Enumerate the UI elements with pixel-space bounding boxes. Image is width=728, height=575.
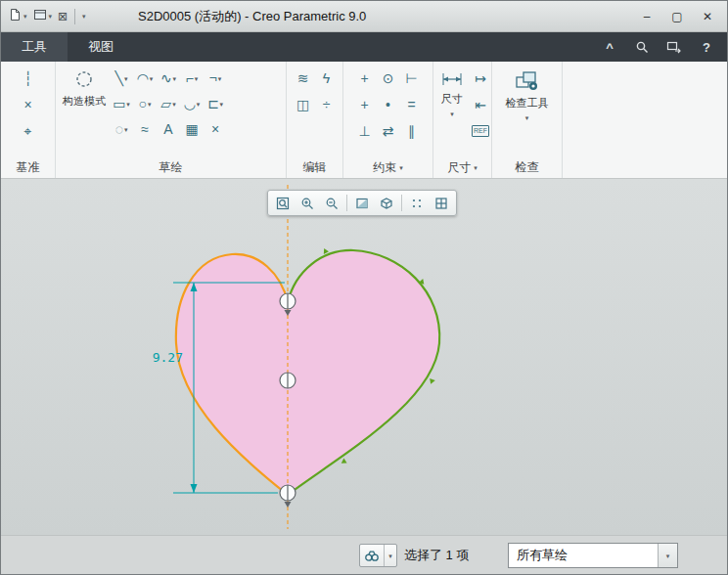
constraint-equal-button[interactable]: = [400, 93, 424, 116]
ribbon-filler [563, 62, 727, 178]
corner-tool-button[interactable]: ⌐▾ [180, 66, 204, 90]
search-button[interactable] [633, 38, 651, 56]
divide-button[interactable]: ÷ [315, 93, 339, 116]
baseline-dimension-icon: ⇤ [475, 98, 486, 111]
chamfer-tool-button[interactable]: ¬▾ [204, 66, 227, 90]
construction-mode-button[interactable]: 构造模式 [59, 66, 110, 161]
constraint-symbol-middle[interactable] [280, 373, 296, 388]
dimension-value[interactable]: 9.27 [153, 350, 183, 365]
share-button[interactable] [665, 38, 683, 56]
maximize-button[interactable]: ▢ [663, 6, 691, 27]
dimension-ordinate-button[interactable]: ↦ [469, 66, 492, 90]
delete-entity-button[interactable]: × [204, 117, 227, 141]
curve-icon: ≈ [141, 122, 149, 136]
constraint-parallel-button[interactable]: ∥ [400, 119, 424, 143]
spline-tool-button[interactable]: ∿▾ [157, 66, 180, 90]
spline-icon: ∿ [160, 71, 172, 85]
line-tool-button[interactable]: ╲▾ [110, 66, 133, 90]
ribbon-group-sketch: 构造模式 ╲▾ ◠▾ ∿▾ ⌐▾ ¬▾ ▭▾ ○▾ ▱▾ ◡▾ ⊏▾ [56, 62, 287, 178]
arc-tool-button[interactable]: ◠▾ [133, 66, 157, 90]
construction-circle-tool-button[interactable]: ◌▾ [110, 117, 133, 141]
qat-window-button[interactable]: ▾ [30, 6, 56, 27]
constraint-perpendicular-button[interactable]: ⊥ [353, 119, 377, 143]
close-button[interactable]: ✕ [694, 6, 721, 27]
find-dropdown-button[interactable]: ▾ [384, 545, 396, 566]
constraint-horizontal-button[interactable]: + [353, 93, 377, 116]
group-label-datum: 基准 [17, 159, 40, 176]
heart-fill[interactable] [176, 250, 439, 495]
reference-dimension-icon: REF [472, 125, 489, 137]
constraint-midpoint-button[interactable]: ⊢ [400, 66, 424, 90]
qat-customize-button[interactable]: ▾ [79, 6, 89, 27]
ribbon: ┆ × ⌖ 基准 构造模式 ╲▾ ◠▾ ∿▾ ⌐▾ ¬▾ ▭ [1, 62, 727, 179]
sketch-filter-combo[interactable]: 所有草绘 ▾ [508, 543, 678, 568]
window-controls: – ▢ ✕ [633, 6, 723, 27]
inspect-tools-button[interactable]: 检查工具 ▾ [495, 66, 559, 121]
modify-icon: ≋ [297, 71, 309, 85]
caret-icon: ▾ [197, 101, 201, 108]
repaint-icon [355, 197, 369, 210]
zoom-fit-button[interactable] [271, 193, 295, 214]
offset-icon: ⊏ [207, 97, 219, 111]
close-window-button[interactable]: ⊠ [55, 6, 70, 27]
sketch-canvas[interactable]: 9.27 [1, 179, 728, 535]
palette-tool-button[interactable]: ▦ [180, 117, 204, 141]
constraint-symbol-bottom[interactable] [280, 485, 296, 508]
ellipse-tool-button[interactable]: ▱▾ [157, 92, 180, 115]
offset-tool-button[interactable]: ⊏▾ [204, 92, 227, 115]
constraint-tangent-button[interactable]: ⊙ [377, 66, 400, 90]
help-button[interactable]: ? [698, 38, 715, 56]
mirror-button[interactable]: ◫ [292, 93, 315, 116]
repaint-button[interactable] [350, 193, 374, 214]
caret-icon: ▾ [148, 101, 152, 108]
share-icon [666, 40, 682, 54]
app-window: ▾ ▾ ⊠ ▾ S2D0005 (活动的) - Creo Parametric … [0, 0, 728, 575]
dimension-reference-button[interactable]: REF [469, 119, 492, 143]
centerline-tool-button[interactable]: ┆ [17, 66, 40, 90]
zoom-in-button[interactable] [296, 193, 319, 214]
dimension-button-label: 尺寸 [441, 92, 463, 107]
palette-icon: ▦ [185, 122, 198, 136]
sketch-display-button[interactable] [430, 193, 453, 214]
find-button[interactable]: ▾ [359, 544, 397, 567]
combo-dropdown-button[interactable]: ▾ [658, 544, 677, 567]
dimension-button[interactable]: 尺寸 ▾ [436, 66, 468, 161]
rectangle-tool-button[interactable]: ▭▾ [110, 92, 133, 115]
curve-tool-button[interactable]: ≈ [133, 117, 157, 141]
ribbon-group-dimension: 尺寸 ▾ ↦ ⇤ REF 尺寸▾ [433, 62, 492, 178]
mirror-icon: ◫ [296, 98, 309, 111]
caret-icon: ▾ [173, 75, 177, 82]
in-graphics-toolbar [267, 190, 457, 216]
tab-view[interactable]: 视图 [68, 32, 134, 62]
tangent-constraint-icon: ⊙ [383, 71, 394, 85]
datum-display-button[interactable] [405, 193, 429, 214]
text-tool-button[interactable]: A [157, 117, 180, 141]
minimize-button[interactable]: – [633, 6, 660, 27]
file-icon [8, 8, 22, 24]
sketch-display-icon [434, 197, 448, 210]
dimension-icon [440, 70, 464, 88]
circle-tool-button[interactable]: ○▾ [133, 92, 157, 115]
circle-icon: ○ [139, 97, 147, 111]
ribbon-group-inspect: 检查工具 ▾ 检查 [492, 62, 563, 178]
group-label-constrain: 约束 [373, 159, 396, 176]
caret-icon: ▾ [124, 126, 128, 133]
delete-segment-button[interactable]: ϟ [315, 66, 339, 90]
zoom-out-icon [325, 197, 339, 210]
modify-button[interactable]: ≋ [292, 66, 315, 90]
qat-file-button[interactable]: ▾ [5, 6, 30, 27]
constraint-coincident-button[interactable]: • [377, 93, 400, 116]
symmetric-constraint-icon: ⇄ [383, 124, 394, 138]
coordinate-system-tool-button[interactable]: ⌖ [17, 119, 40, 143]
point-tool-button[interactable]: × [17, 93, 40, 116]
display-style-button[interactable] [375, 193, 398, 214]
fillet-tool-button[interactable]: ◡▾ [180, 92, 204, 115]
zoom-out-button[interactable] [320, 193, 343, 214]
collapse-ribbon-button[interactable]: ^ [601, 38, 618, 56]
dimension-baseline-button[interactable]: ⇤ [469, 93, 492, 116]
constraint-vertical-button[interactable]: + [353, 66, 377, 90]
tab-tools[interactable]: 工具 [1, 32, 68, 62]
graphics-area[interactable]: 9.27 [1, 179, 727, 535]
constraint-symmetric-button[interactable]: ⇄ [377, 119, 400, 143]
group-label-sketch: 草绘 [159, 159, 183, 176]
